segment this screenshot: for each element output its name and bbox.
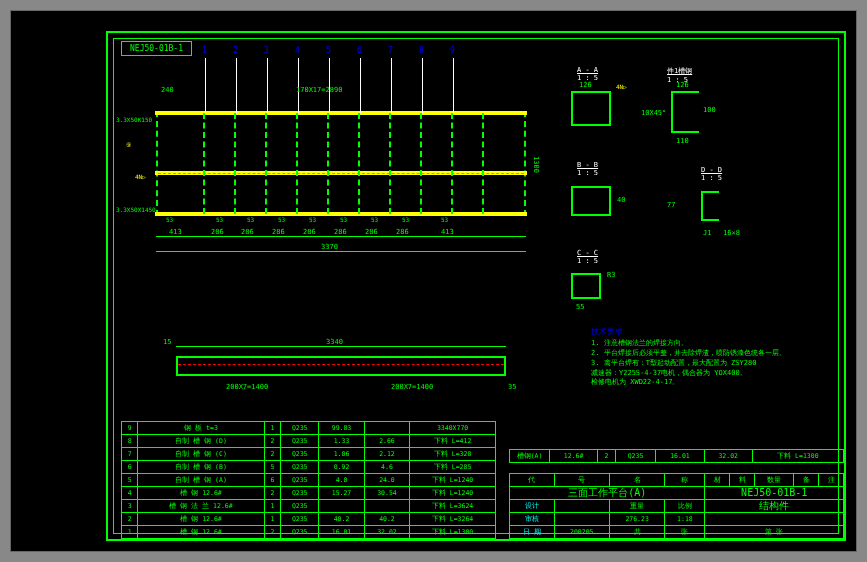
dim-b-6: 286	[334, 228, 347, 236]
weld-note: 4N▷	[135, 173, 146, 180]
dim-total: 3370	[321, 243, 338, 251]
plan-col: 5	[327, 113, 329, 214]
dim-line-bottom	[156, 236, 526, 237]
detail-DD-J1: J1	[703, 229, 711, 237]
detail-AA-label: A - A1 : 5	[577, 66, 598, 82]
col-53-3: 53	[247, 216, 254, 223]
col-53-2: 53	[216, 216, 223, 223]
dim-top-left: 240	[161, 86, 174, 94]
part1-d126: 126	[676, 81, 689, 89]
plan-view: 1 2 3 4 5 6 7 8 9	[156, 111, 526, 216]
tb-scale: 1:18	[665, 513, 705, 526]
dim-elev-end: 35	[508, 383, 516, 391]
tb-part: 结构件	[705, 500, 844, 513]
tb-dwg-no: NEJ50-01B-1	[705, 487, 844, 500]
dim-b-1: 413	[169, 228, 182, 236]
tech-item-4: 减速器：Y225S-4-37电机，偶合器为 YOX400。	[591, 369, 831, 379]
leader-line	[422, 58, 423, 113]
bolt-row	[178, 364, 504, 365]
leader-line	[205, 58, 206, 113]
leader-6: 6	[357, 46, 362, 55]
top-flange	[155, 111, 527, 115]
plan-col: 4	[296, 113, 298, 214]
plan-col: 3	[265, 113, 267, 214]
detail-DD-box	[701, 191, 719, 221]
tech-item-1: 1. 注意槽钢法兰的焊接方向。	[591, 339, 831, 349]
tb-row-project: 三面工作平台(A) NEJ50-01B-1	[510, 487, 844, 500]
plan-col	[482, 113, 484, 214]
plan-row-divider	[158, 173, 524, 174]
leader-4: 4	[295, 46, 300, 55]
left-note-1: 3.3X50K150	[116, 116, 152, 123]
detail-CC-R3: R3	[607, 271, 615, 279]
part1-chamfer: 10X45°	[641, 109, 666, 117]
detail-DD-77: 77	[667, 201, 675, 209]
leader-line	[453, 58, 454, 113]
detail-CC-55: 55	[576, 303, 584, 311]
tb-row-header: 代号 名称 材料 数量备注	[510, 474, 844, 487]
drawing-number-tag: NEJ50-01B-1	[121, 41, 192, 56]
leader-3: 3	[264, 46, 269, 55]
dim-elev-left: 15	[163, 338, 171, 346]
dim-b-5: 286	[303, 228, 316, 236]
dim-b-7: 286	[365, 228, 378, 236]
detail-AA-weld: 4N▷	[616, 83, 627, 90]
detail-part1-box	[671, 91, 699, 133]
title-block: 代号 名称 材料 数量备注 三面工作平台(A) NEJ50-01B-1 结构件 …	[509, 473, 844, 539]
left-note-2: 3.3X50X1450	[116, 206, 156, 213]
tech-item-3: 3. 离平台焊有：T型起动配置，最大配置为 ZSY280	[591, 359, 831, 369]
dim-top-span: 170X17=2890	[296, 86, 342, 94]
col-53-6: 53	[340, 216, 347, 223]
col-53-7: 53	[371, 216, 378, 223]
leader-9: 9	[450, 46, 455, 55]
plan-col: 1	[203, 113, 205, 214]
leader-1: 1	[202, 46, 207, 55]
col-53-1: 53	[166, 216, 173, 223]
leader-7: 7	[388, 46, 393, 55]
detail-DD-16x8: 16×8	[723, 229, 740, 237]
detail-BB-label: B - B1 : 5	[577, 161, 598, 177]
bom-row: 4槽 钢 12.6#2Q23515.2730.54下料 L=1240	[122, 487, 496, 500]
plan-col: 6	[358, 113, 360, 214]
col-53-5: 53	[309, 216, 316, 223]
detail-AA-d1: 126	[579, 81, 592, 89]
plan-col: 8	[420, 113, 422, 214]
part1-d110: 110	[676, 137, 689, 145]
leader-5: 5	[326, 46, 331, 55]
dim-b-8: 286	[396, 228, 409, 236]
col-53-4: 53	[278, 216, 285, 223]
bom-table: 9钢 板 t=31Q23599.833340X7708自制 槽 钢 (D)2Q2…	[121, 421, 496, 539]
tb-mass: 276.23	[609, 513, 664, 526]
dim-line-elev-top	[176, 346, 506, 347]
bom-row: 9钢 板 t=31Q23599.833340X770	[122, 422, 496, 435]
dim-b-4: 286	[272, 228, 285, 236]
bom-row-1-inline: 槽钢(A)12.6#2Q23516.0132.02下料 L=1300	[509, 449, 844, 463]
tb-project: 三面工作平台(A)	[510, 487, 705, 500]
dim-elev-seg1: 200X7=1400	[226, 383, 268, 391]
detail-DD-label: D - D1 : 5	[701, 166, 722, 182]
leader-8: 8	[419, 46, 424, 55]
cad-canvas: NEJ50-01B-1 1 2 3 4 5 6 7 8 9 170X17=289…	[10, 10, 857, 552]
leader-2: 2	[233, 46, 238, 55]
leader-line	[360, 58, 361, 113]
bom-row: 6自制 槽 钢 (B)5Q2350.924.6下料 L=285	[122, 461, 496, 474]
plan-col: 9	[451, 113, 453, 214]
detail-BB-d1: 40	[617, 196, 625, 204]
leader-line	[267, 58, 268, 113]
dim-b-2: 286	[211, 228, 224, 236]
tb-date: 200205	[554, 526, 609, 539]
bom-row: 1槽 钢 12.6#2Q23516.0132.02下料 L=1300	[122, 526, 496, 539]
part1-d100: 100	[703, 106, 716, 114]
plan-col: 7	[389, 113, 391, 214]
tech-requirements: 技术要求 1. 注意槽钢法兰的焊接方向。 2. 平台焊接后必须平整，并去除焊渣，…	[591, 326, 831, 388]
detail-BB-box	[571, 186, 611, 216]
dim-b-9: 413	[441, 228, 454, 236]
bom-row: 3槽 钢 法 兰 12.6#1Q235下料 L=3624	[122, 500, 496, 513]
tb-row-mass: 审核 276.23 1:18	[510, 513, 844, 526]
tech-item-5: 检修电机为 XWD22-4-17。	[591, 378, 831, 388]
dim-elev-seg2: 200X7=1400	[391, 383, 433, 391]
dim-height: 1300	[532, 156, 540, 173]
detail-CC-box	[571, 273, 601, 299]
elevation-view	[176, 356, 506, 376]
dim-elev-top: 3340	[326, 338, 343, 346]
